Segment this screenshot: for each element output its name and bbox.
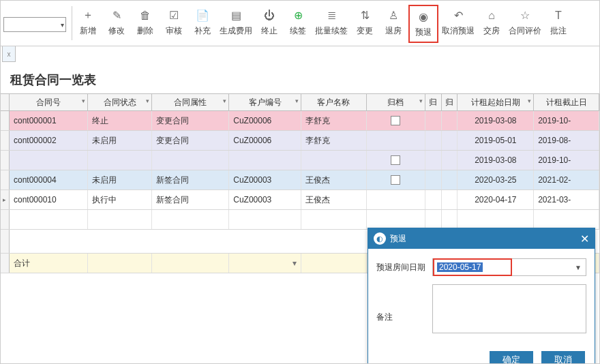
cell: 王俊杰 — [301, 190, 367, 209]
cell — [88, 151, 153, 170]
cell: 变更合同 — [152, 131, 229, 150]
cell — [425, 170, 442, 189]
toolbar-renew-button[interactable]: ⊕续签 — [284, 5, 312, 40]
col-status[interactable]: 合同状态▾ — [88, 94, 153, 110]
toolbar-terminate-button[interactable]: ⏻终止 — [256, 5, 283, 40]
cancel-button[interactable]: 取消 — [541, 351, 585, 364]
cell — [301, 151, 367, 170]
col-end-date[interactable]: 计租截止日 — [534, 94, 599, 110]
handover-icon: ⌂ — [485, 9, 498, 22]
toolbar-precheckout-button[interactable]: ◉预退 — [408, 5, 438, 43]
toolbar-evaluate-button[interactable]: ☆合同评价 — [507, 5, 543, 40]
cell: 执行中 — [88, 190, 153, 209]
add-icon: ＋ — [81, 9, 95, 22]
cell: 李舒克 — [301, 111, 367, 130]
cell — [534, 210, 599, 229]
table-row[interactable]: ▸cont000010执行中新签合同CuZ00003王俊杰2020-04-172… — [1, 190, 599, 210]
cell: 2021-03- — [534, 190, 599, 209]
audit-icon: ☑ — [167, 9, 181, 22]
archive-checkbox[interactable] — [391, 155, 400, 165]
col-contract-no[interactable]: 合同号▾ — [10, 94, 88, 110]
checkout-icon: ♙ — [387, 9, 400, 22]
add-label: 新增 — [80, 25, 96, 37]
cell: CuZ00003 — [229, 170, 301, 189]
handover-label: 交房 — [483, 25, 500, 37]
cell — [425, 131, 442, 150]
precheckout-dialog: ◐ 预退 ✕ 预退房间日期 2020-05-17 ▼ 备注 确定 — [368, 228, 595, 364]
col-a1[interactable]: 归 — [425, 94, 442, 110]
col-customer-no[interactable]: 客户编号▾ — [229, 94, 301, 110]
terminate-icon: ⏻ — [262, 9, 276, 22]
cell: 李舒克 — [301, 131, 367, 150]
cell: cont000004 — [10, 170, 88, 189]
date-label: 预退房间日期 — [376, 262, 432, 273]
cell — [229, 151, 301, 170]
genfee-label: 生成费用 — [220, 25, 252, 37]
cell: 2019-03-08 — [457, 111, 534, 130]
toolbar-annotate-button[interactable]: T批注 — [545, 5, 572, 40]
precheckout-label: 预退 — [415, 27, 432, 38]
cell — [425, 151, 442, 170]
toolbar-audit-button[interactable]: ☑审核 — [160, 5, 188, 40]
cell — [457, 210, 534, 229]
col-a2[interactable]: 归 — [442, 94, 458, 110]
cell: CuZ00006 — [229, 111, 301, 130]
cell — [10, 151, 88, 170]
toolbar-genfee-button[interactable]: ▤生成费用 — [217, 5, 254, 40]
tab-close-chip[interactable]: x — [2, 46, 16, 62]
toolbar-cancelpre-button[interactable]: ↶取消预退 — [440, 5, 477, 40]
toolbar-checkout-button[interactable]: ♙退房 — [380, 5, 407, 40]
row-handle — [1, 170, 10, 189]
dialog-icon: ◐ — [374, 232, 386, 245]
col-start-date[interactable]: 计租起始日期▾ — [457, 94, 534, 110]
cell — [425, 111, 442, 130]
row-handle-header — [1, 94, 10, 110]
toolbar-supplement-button[interactable]: 📄补充 — [189, 5, 216, 40]
checkout-label: 退房 — [385, 25, 402, 37]
date-input-wrap[interactable]: 2020-05-17 ▼ — [432, 258, 586, 276]
memo-input[interactable] — [432, 284, 586, 333]
evaluate-label: 合同评价 — [509, 25, 541, 37]
toolbar-add-button[interactable]: ＋新增 — [74, 5, 102, 40]
cell — [442, 111, 458, 130]
col-attr[interactable]: 合同属性▾ — [152, 94, 229, 110]
audit-label: 审核 — [166, 25, 182, 37]
cell: 2021-02- — [534, 170, 599, 189]
precheckout-icon: ◉ — [417, 10, 430, 24]
change-label: 变更 — [357, 25, 373, 37]
context-dropdown[interactable] — [3, 17, 66, 32]
table-row[interactable]: cont000004未启用新签合同CuZ00003王俊杰2020-03-2520… — [1, 170, 599, 190]
toolbar-delete-button[interactable]: 🗑删除 — [132, 5, 159, 40]
cell — [442, 210, 458, 229]
cell: 未启用 — [88, 131, 153, 150]
toolbar-divider — [72, 6, 72, 40]
toolbar-batchrenew-button[interactable]: ≣批量续签 — [313, 5, 350, 40]
cancelpre-label: 取消预退 — [442, 25, 475, 37]
col-customer-name[interactable]: 客户名称 — [301, 94, 367, 110]
table-row[interactable] — [1, 210, 599, 230]
cell — [367, 111, 425, 130]
cell — [10, 210, 88, 229]
chevron-down-icon[interactable]: ▼ — [575, 264, 582, 271]
cell — [442, 131, 458, 150]
cell: 2020-03-25 — [457, 170, 534, 189]
table-row[interactable]: cont000002未启用变更合同CuZ00006李舒克2019-05-0120… — [1, 131, 599, 151]
toolbar-change-button[interactable]: ⇅变更 — [351, 5, 378, 40]
table-row[interactable]: cont000001终止变更合同CuZ00006李舒克2019-03-08201… — [1, 111, 599, 131]
dialog-close-icon[interactable]: ✕ — [580, 232, 589, 245]
annotate-icon: T — [552, 9, 565, 22]
table-row[interactable]: 2019-03-082019-10- — [1, 151, 599, 170]
archive-checkbox[interactable] — [391, 175, 400, 185]
cell — [88, 210, 153, 229]
archive-checkbox[interactable] — [391, 116, 400, 125]
date-input[interactable]: 2020-05-17 — [433, 258, 512, 276]
ok-button[interactable]: 确定 — [490, 351, 533, 364]
toolbar-edit-button[interactable]: ✎修改 — [103, 5, 130, 40]
col-archive[interactable]: 归档▾ — [367, 94, 425, 110]
cell: CuZ00003 — [229, 190, 301, 209]
cell — [367, 190, 425, 209]
cell — [367, 170, 425, 189]
row-handle — [1, 131, 10, 150]
cell: 2019-08- — [534, 131, 599, 150]
toolbar-handover-button[interactable]: ⌂交房 — [478, 5, 505, 40]
